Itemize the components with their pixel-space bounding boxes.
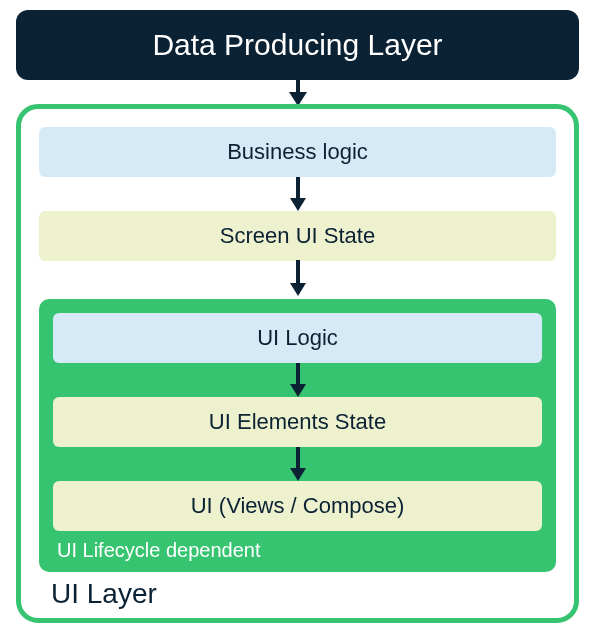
ui-logic-box: UI Logic	[53, 313, 542, 363]
ui-elements-state-box: UI Elements State	[53, 397, 542, 447]
arrow-down-icon	[39, 177, 556, 211]
business-logic-label: Business logic	[227, 139, 368, 164]
screen-ui-state-box: Screen UI State	[39, 211, 556, 261]
screen-ui-state-label: Screen UI State	[220, 223, 375, 248]
ui-views-box: UI (Views / Compose)	[53, 481, 542, 531]
ui-layer-container: Business logic Screen UI State UI Logic	[16, 104, 579, 623]
ui-lifecycle-dependent-label: UI Lifecycle dependent	[53, 539, 542, 562]
business-logic-box: Business logic	[39, 127, 556, 177]
ui-elements-state-label: UI Elements State	[209, 409, 386, 434]
ui-views-label: UI (Views / Compose)	[191, 493, 405, 518]
svg-marker-5	[290, 283, 306, 296]
svg-marker-9	[290, 468, 306, 481]
svg-marker-7	[290, 384, 306, 397]
arrow-down-icon	[16, 66, 579, 104]
arrow-down-icon	[53, 363, 542, 397]
data-producing-layer-label: Data Producing Layer	[152, 28, 442, 61]
ui-logic-label: UI Logic	[257, 325, 338, 350]
arrow-down-icon	[53, 447, 542, 481]
ui-lifecycle-container: UI Logic UI Elements State UI (Views / C…	[39, 299, 556, 572]
svg-marker-3	[290, 198, 306, 211]
arrow-down-icon	[39, 261, 556, 295]
ui-layer-label: UI Layer	[39, 578, 556, 610]
diagram-container: Data Producing Layer Business logic Scre…	[0, 0, 595, 642]
